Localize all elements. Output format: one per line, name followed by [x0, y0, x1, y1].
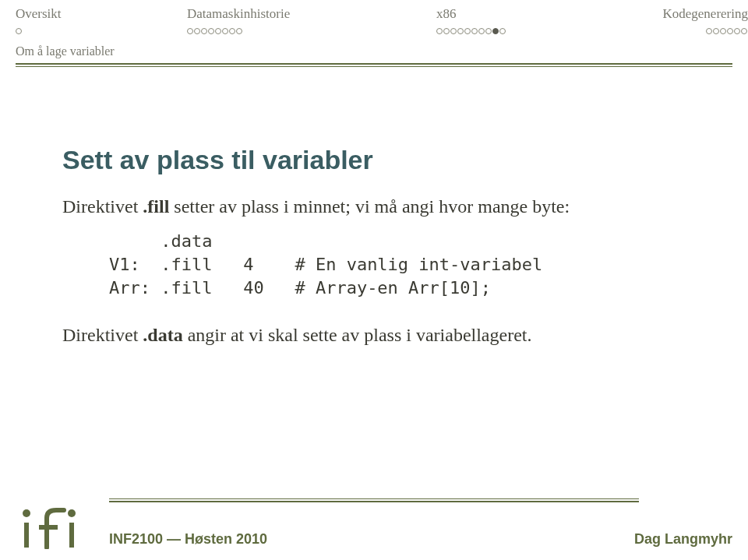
directive-fill: .fill	[143, 196, 169, 217]
progress-dots	[436, 23, 623, 37]
nav-label: Oversikt	[16, 6, 187, 22]
footer-author: Dag Langmyhr	[634, 531, 732, 548]
nav-sections: Oversikt Datamaskinhistorie x86 Kodegene…	[0, 0, 748, 40]
text: Direktivet	[62, 196, 143, 217]
section-subtitle: Om å lage variabler	[0, 40, 748, 58]
text: Direktivet	[62, 325, 143, 345]
footer-course: INF2100 — Høsten 2010	[109, 531, 267, 548]
directive-data: .data	[143, 325, 182, 345]
text: angir at vi skal sette av plass i variab…	[183, 325, 532, 345]
progress-dots	[623, 23, 748, 37]
nav-label: Datamaskinhistorie	[187, 6, 405, 22]
nav-item-kodegenerering[interactable]: Kodegenerering	[623, 6, 748, 37]
progress-dots	[16, 23, 187, 37]
paragraph-2: Direktivet .data angir at vi skal sette …	[62, 322, 686, 347]
footer-rules	[109, 498, 639, 502]
nav-item-x86[interactable]: x86	[405, 6, 623, 37]
nav-label: Kodegenerering	[623, 6, 748, 22]
text: setter av plass i minnet; vi må angi hvo…	[169, 196, 570, 217]
slide: Oversikt Datamaskinhistorie x86 Kodegene…	[0, 0, 748, 560]
nav-label: x86	[436, 6, 623, 22]
nav-item-datamaskinhistorie[interactable]: Datamaskinhistorie	[187, 6, 405, 37]
footer: INF2100 — Høsten 2010 Dag Langmyhr	[0, 498, 748, 560]
svg-point-0	[23, 509, 30, 517]
svg-point-3	[68, 509, 76, 517]
paragraph-1: Direktivet .fill setter av plass i minne…	[62, 194, 686, 219]
nav-item-oversikt[interactable]: Oversikt	[16, 6, 187, 37]
code-block: .data V1: .fill 4 # En vanlig int-variab…	[109, 230, 686, 299]
progress-dots	[187, 23, 405, 37]
ifi-logo-icon	[16, 505, 101, 549]
content: Sett av plass til variabler Direktivet .…	[0, 67, 748, 348]
slide-title: Sett av plass til variabler	[62, 145, 686, 175]
